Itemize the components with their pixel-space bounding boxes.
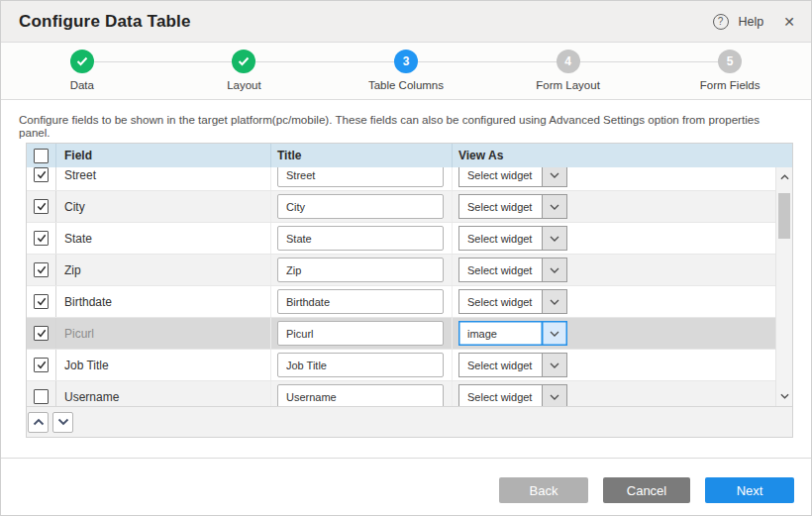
view-as-value: Select widget bbox=[458, 289, 542, 314]
row-checkbox-cell bbox=[27, 318, 56, 349]
move-row-down-button[interactable] bbox=[52, 412, 73, 433]
next-button[interactable]: Next bbox=[705, 477, 794, 503]
step-form-fields[interactable]: 5 Form Fields bbox=[649, 43, 811, 99]
title-cell bbox=[271, 191, 453, 222]
title-cell bbox=[271, 381, 453, 406]
dialog-titlebar: Configure Data Table ? Help ✕ bbox=[1, 1, 811, 43]
table-row: Job Title Select widget bbox=[27, 350, 775, 381]
title-cell bbox=[271, 223, 453, 254]
view-as-dropdown[interactable]: Select widget bbox=[458, 384, 567, 406]
row-checkbox-cell bbox=[27, 381, 56, 406]
chevron-down-icon[interactable] bbox=[542, 258, 567, 282]
chevron-down-icon[interactable] bbox=[542, 321, 567, 346]
field-label: State bbox=[64, 232, 92, 246]
step-label: Table Columns bbox=[368, 79, 444, 91]
field-label: Zip bbox=[64, 263, 81, 277]
chevron-down-icon[interactable] bbox=[542, 384, 567, 406]
view-as-dropdown[interactable]: image bbox=[458, 321, 567, 346]
view-as-cell: Select widget bbox=[453, 286, 775, 317]
row-checkbox[interactable] bbox=[34, 389, 49, 404]
chevron-down-icon[interactable] bbox=[542, 194, 567, 219]
scrollbar-up-icon[interactable] bbox=[776, 169, 792, 185]
chevron-down-icon[interactable] bbox=[542, 167, 567, 187]
step-layout[interactable]: Layout bbox=[163, 43, 326, 99]
cancel-button[interactable]: Cancel bbox=[603, 477, 690, 503]
field-cell: Job Title bbox=[56, 350, 271, 380]
chevron-down-icon[interactable] bbox=[542, 353, 567, 377]
title-input[interactable] bbox=[277, 321, 444, 346]
field-label: Birthdate bbox=[64, 295, 112, 309]
header-field: Field bbox=[56, 144, 271, 167]
step-label: Data bbox=[70, 79, 94, 91]
title-input[interactable] bbox=[277, 353, 444, 377]
table-row: Street Select widget bbox=[27, 167, 775, 191]
step-circle: 5 bbox=[718, 50, 742, 73]
title-input[interactable] bbox=[277, 289, 444, 314]
view-as-cell: image bbox=[453, 318, 775, 349]
view-as-cell: Select widget bbox=[453, 167, 775, 190]
title-input[interactable] bbox=[277, 167, 444, 187]
view-as-cell: Select widget bbox=[453, 223, 775, 254]
header-checkbox-cell bbox=[27, 144, 56, 167]
view-as-dropdown[interactable]: Select widget bbox=[458, 353, 567, 377]
row-checkbox[interactable] bbox=[34, 199, 49, 214]
row-checkbox[interactable] bbox=[34, 262, 49, 277]
field-label: Street bbox=[64, 168, 96, 182]
field-cell: Street bbox=[56, 167, 271, 190]
row-checkbox[interactable] bbox=[34, 167, 49, 182]
title-input[interactable] bbox=[277, 258, 444, 282]
title-input[interactable] bbox=[277, 194, 444, 219]
field-cell: City bbox=[56, 191, 271, 222]
view-as-value: Select widget bbox=[458, 353, 542, 377]
view-as-dropdown[interactable]: Select widget bbox=[458, 258, 567, 282]
title-cell bbox=[271, 255, 453, 285]
table-row: Picurl image bbox=[27, 318, 775, 350]
table-row: Zip Select widget bbox=[27, 255, 775, 286]
row-checkbox-cell bbox=[27, 167, 56, 190]
title-input[interactable] bbox=[277, 384, 444, 406]
back-button[interactable]: Back bbox=[499, 477, 588, 503]
move-row-up-button[interactable] bbox=[28, 412, 49, 433]
chevron-down-icon[interactable] bbox=[542, 226, 567, 251]
scrollbar-down-icon[interactable] bbox=[776, 388, 792, 404]
step-table-columns[interactable]: 3 Table Columns bbox=[325, 43, 487, 99]
table-scroll-viewport: Street Select widget City bbox=[27, 167, 792, 406]
row-checkbox[interactable] bbox=[34, 358, 49, 372]
fields-table: Field Title View As Street Select widget bbox=[26, 143, 793, 438]
view-as-dropdown[interactable]: Select widget bbox=[458, 167, 567, 187]
footer-divider bbox=[1, 458, 811, 459]
row-checkbox[interactable] bbox=[34, 294, 49, 309]
row-checkbox-cell bbox=[27, 286, 56, 317]
chevron-down-icon[interactable] bbox=[542, 289, 567, 314]
view-as-dropdown[interactable]: Select widget bbox=[458, 289, 567, 314]
step-circle bbox=[232, 50, 255, 73]
step-label: Form Layout bbox=[536, 79, 600, 91]
view-as-dropdown[interactable]: Select widget bbox=[458, 194, 567, 219]
table-row: City Select widget bbox=[27, 191, 775, 223]
row-checkbox[interactable] bbox=[34, 326, 49, 341]
view-as-cell: Select widget bbox=[453, 350, 775, 380]
title-input[interactable] bbox=[277, 226, 444, 251]
row-checkbox-cell bbox=[27, 255, 56, 285]
help-icon[interactable]: ? bbox=[713, 14, 729, 30]
view-as-dropdown[interactable]: Select widget bbox=[458, 226, 567, 251]
step-circle: 3 bbox=[394, 50, 418, 73]
scrollbar-thumb[interactable] bbox=[778, 193, 790, 239]
row-checkbox[interactable] bbox=[34, 231, 49, 246]
titlebar-actions: ? Help ✕ bbox=[713, 14, 795, 30]
vertical-scrollbar[interactable] bbox=[775, 167, 792, 406]
help-button[interactable]: Help bbox=[739, 15, 764, 29]
view-as-value: Select widget bbox=[458, 194, 542, 219]
field-label: Picurl bbox=[64, 327, 94, 341]
step-form-layout[interactable]: 4 Form Layout bbox=[487, 43, 650, 99]
close-icon[interactable]: ✕ bbox=[783, 14, 795, 30]
view-as-value: image bbox=[458, 321, 542, 346]
dialog-actions: Back Cancel Next bbox=[499, 477, 794, 503]
select-all-checkbox[interactable] bbox=[34, 149, 49, 163]
field-cell: Birthdate bbox=[56, 286, 271, 317]
title-cell bbox=[271, 318, 453, 349]
table-header-row: Field Title View As bbox=[27, 144, 792, 167]
step-data[interactable]: Data bbox=[1, 43, 163, 99]
field-cell: Zip bbox=[56, 255, 271, 285]
table-row: Birthdate Select widget bbox=[27, 286, 775, 318]
